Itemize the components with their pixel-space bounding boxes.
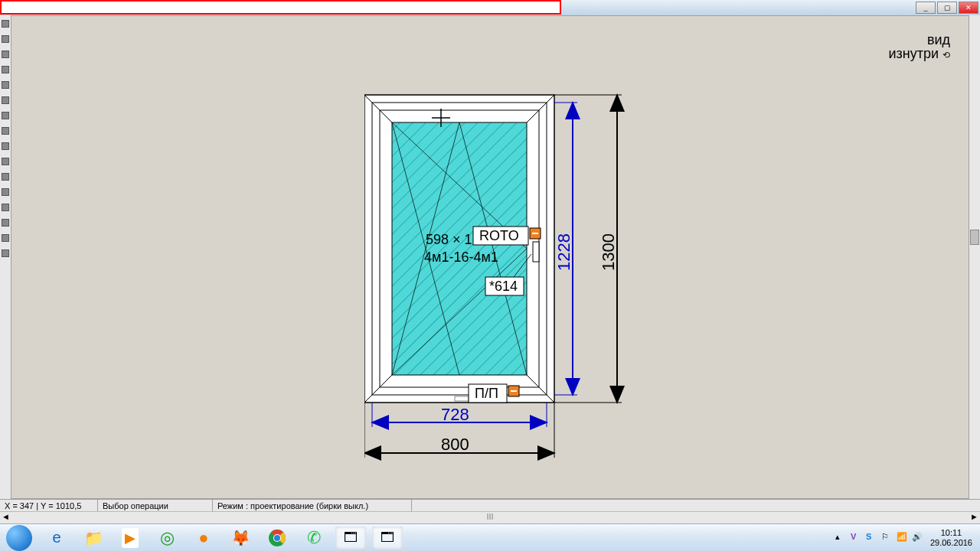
svg-rect-5 [392, 122, 527, 375]
svg-point-47 [274, 535, 280, 541]
dim-inner-height[interactable]: 1228 [554, 233, 573, 271]
tray-show-hidden[interactable]: ▴ [835, 532, 848, 544]
window-drawing: 598 × 1 4м1-16-4м1 ROTO *614 П/П 728 800… [364, 80, 640, 478]
taskbar-whatsapp[interactable]: ✆ [299, 527, 329, 549]
tool-10[interactable] [2, 158, 9, 165]
tool-2[interactable] [2, 35, 9, 43]
tool-9[interactable] [2, 142, 9, 150]
handle-pos-badge[interactable]: *614 [485, 277, 524, 295]
tool-7[interactable] [2, 112, 9, 119]
dim-outer-height[interactable]: 1300 [599, 233, 618, 271]
system-tray: ▴ V S ⚐ 📶 🔊 10:11 29.06.2016 [835, 528, 980, 546]
tool-4[interactable] [2, 66, 9, 73]
tray-flag-icon[interactable]: ⚐ [881, 532, 893, 544]
tray-volume-icon[interactable]: 🔊 [912, 532, 924, 544]
tool-14[interactable] [2, 219, 9, 227]
scrollbar-thumb[interactable] [970, 230, 979, 245]
taskbar-chrome[interactable] [262, 527, 292, 549]
dim-inner-width[interactable]: 728 [441, 405, 469, 424]
highlighted-input-area[interactable] [0, 0, 561, 15]
maximize-button[interactable]: ▢ [937, 2, 957, 14]
tool-3[interactable] [2, 51, 9, 58]
taskbar-app-green[interactable]: ◎ [152, 527, 182, 549]
svg-text:ROTO: ROTO [479, 228, 519, 243]
tool-13[interactable] [2, 204, 9, 211]
tray-skype[interactable]: S [866, 532, 878, 544]
taskbar-clock[interactable]: 10:11 29.06.2016 [927, 528, 975, 546]
taskbar-app-orange[interactable]: ● [188, 527, 219, 549]
vertical-scrollbar[interactable] [969, 15, 980, 499]
svg-rect-19 [455, 396, 469, 401]
taskbar-explorer[interactable]: 📁 [78, 527, 109, 549]
tool-1[interactable] [2, 20, 9, 28]
tool-12[interactable] [2, 188, 9, 196]
tool-5[interactable] [2, 81, 9, 89]
tray-viber[interactable]: V [851, 532, 863, 544]
tool-11[interactable] [2, 173, 9, 181]
start-button[interactable] [0, 524, 38, 552]
taskbar-firefox[interactable]: 🦊 [225, 527, 256, 549]
left-toolbar [0, 15, 11, 499]
svg-rect-18 [533, 242, 539, 262]
tool-8[interactable] [2, 127, 9, 135]
minimize-button[interactable]: _ [916, 2, 936, 14]
taskbar-wmp[interactable]: ▶ [115, 527, 145, 549]
tool-16[interactable] [2, 249, 9, 257]
dim-outer-width[interactable]: 800 [441, 435, 469, 454]
taskbar-window-1[interactable]: 🗔 [335, 527, 366, 549]
svg-text:П/П: П/П [475, 386, 498, 401]
status-coords: X = 347 | Y = 1010,5 [0, 500, 98, 512]
glass-size-label: 598 × 1 [426, 232, 472, 247]
windows-orb-icon [6, 525, 32, 551]
tool-6[interactable] [2, 96, 9, 104]
taskbar-window-2[interactable]: 🗔 [372, 527, 403, 549]
status-bar-1: X = 347 | Y = 1010,5 Выбор операции Режи… [0, 499, 980, 511]
horizontal-scrollbar[interactable]: ◄ III ► [0, 511, 980, 523]
taskbar: e 📁 ▶ ◎ ● 🦊 ✆ 🗔 🗔 ▴ V S ⚐ 📶 🔊 10:11 29.0… [0, 523, 980, 551]
glass-formula-label: 4м1-16-4м1 [424, 249, 498, 265]
tray-network-icon[interactable]: 📶 [897, 532, 909, 544]
svg-text:*614: *614 [489, 279, 518, 294]
tool-15[interactable] [2, 234, 9, 242]
window-svg: 598 × 1 4м1-16-4м1 ROTO *614 П/П 728 800… [364, 80, 640, 478]
taskbar-ie[interactable]: e [41, 527, 72, 549]
status-operation: Выбор операции [98, 500, 213, 512]
view-mode-label: вид изнутри ⟲ [888, 33, 950, 60]
close-button[interactable]: ✕ [959, 2, 978, 14]
status-mode: Режим : проектирование (бирки выкл.) [213, 500, 412, 512]
